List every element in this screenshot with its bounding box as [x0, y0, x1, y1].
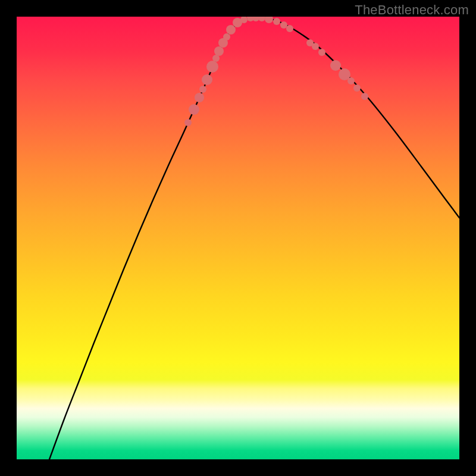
marker-dot: [258, 17, 265, 21]
highlight-dots: [184, 17, 368, 126]
marker-dot: [312, 43, 319, 50]
marker-dot: [223, 33, 230, 40]
marker-dot: [347, 77, 355, 84]
plot-area: [17, 17, 459, 459]
marker-dot: [273, 18, 280, 25]
marker-dot: [280, 21, 287, 29]
bottleneck-curve: [49, 17, 459, 459]
marker-dot: [226, 25, 236, 35]
marker-dot: [189, 104, 199, 115]
marker-dot: [330, 60, 341, 71]
marker-dot: [199, 86, 206, 93]
curve-layer: [17, 17, 459, 459]
marker-dot: [286, 25, 293, 32]
marker-dot: [202, 74, 212, 85]
marker-dot: [353, 84, 361, 92]
marker-dot: [184, 119, 192, 126]
marker-dot: [214, 46, 224, 56]
marker-dot: [265, 17, 273, 23]
marker-dot: [318, 49, 325, 56]
watermark-text: TheBottleneck.com: [355, 2, 469, 18]
marker-dot: [195, 93, 204, 102]
marker-dot: [206, 61, 218, 73]
marker-dot: [361, 93, 368, 100]
chart-frame: TheBottleneck.com: [0, 0, 476, 476]
